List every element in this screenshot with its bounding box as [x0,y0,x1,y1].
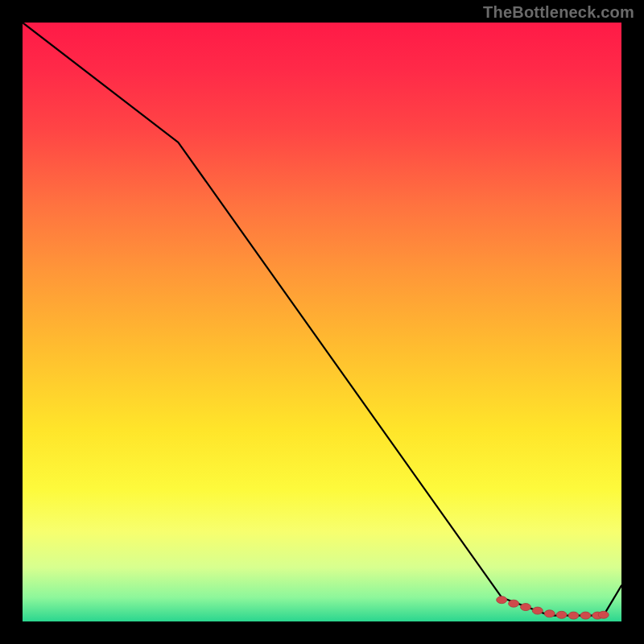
optimum-marker [556,611,567,618]
optimum-marker [544,610,555,617]
chart-svg [23,23,621,621]
watermark-text: TheBottleneck.com [483,3,634,22]
optimum-marker [568,612,579,619]
optimum-marker [521,604,531,611]
optimum-marker [598,611,609,618]
optimum-marker [532,607,543,614]
optimum-marker [580,612,591,619]
plot-area [23,23,621,621]
chart-frame: TheBottleneck.com [0,0,644,644]
optimum-marker [497,597,507,604]
optimum-marker [509,600,519,607]
trend-line [23,23,621,616]
